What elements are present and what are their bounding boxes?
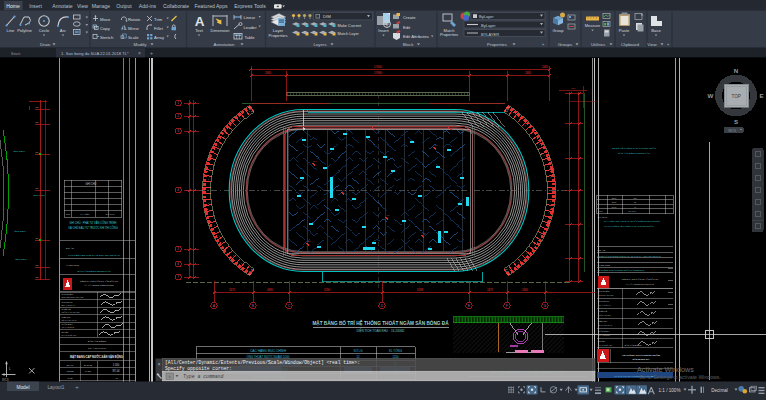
svg-text:SÂN VẬN ĐỘNG TRUNG TÂM: SÂN VẬN ĐỘNG TRUNG TÂM — [77, 270, 110, 273]
svg-text:Rotate: Rotate — [128, 17, 141, 22]
svg-text:Utilities: Utilities — [591, 42, 606, 47]
svg-text:Edit: Edit — [403, 25, 411, 30]
svg-text:Draw: Draw — [40, 42, 51, 47]
svg-text:Go to Settings to activate Win: Go to Settings to activate Windows. — [639, 374, 721, 380]
svg-text:THIẾT KẾ: THIẾT KẾ — [598, 310, 608, 312]
svg-text:120: 120 — [633, 197, 636, 199]
svg-text:Home: Home — [6, 3, 20, 9]
svg-text:Insert: Insert — [378, 28, 389, 33]
svg-text:VŨ VĂN ĐỨC: VŨ VĂN ĐỨC — [62, 326, 75, 328]
svg-text:Arc: Arc — [60, 28, 66, 33]
svg-text:TRẦN HOÀNG: TRẦN HOÀNG — [598, 314, 611, 316]
svg-text:D400: D400 — [612, 206, 617, 208]
svg-text:ĐH KT: ĐH KT — [67, 364, 74, 366]
svg-text:+: + — [150, 50, 154, 56]
svg-text:Annotate: Annotate — [52, 3, 73, 9]
svg-text:2465: 2465 — [522, 288, 529, 292]
svg-text:85: 85 — [634, 201, 636, 203]
svg-text:F: F — [506, 304, 508, 308]
svg-text:ỐNG D200: ỐNG D200 — [15, 258, 27, 260]
svg-text:Array: Array — [154, 35, 165, 40]
svg-text:L: L — [9, 367, 11, 371]
svg-text:SỐ LG: SỐ LG — [353, 348, 363, 353]
svg-text:A: A — [195, 14, 205, 29]
svg-text:Specify opposite corner:: Specify opposite corner: — [165, 366, 232, 371]
svg-text:D200: D200 — [612, 197, 617, 199]
svg-text:ỐNG D200: ỐNG D200 — [33, 194, 45, 196]
svg-text:Circle: Circle — [39, 28, 50, 33]
svg-text:CÁC HẠNG MỤC CHÍNH: CÁC HẠNG MỤC CHÍNH — [250, 349, 287, 353]
svg-text:Polyline: Polyline — [17, 28, 32, 33]
svg-text:LÊ THÀNH NAM: LÊ THÀNH NAM — [62, 319, 77, 321]
svg-text:500: 500 — [36, 151, 39, 153]
svg-text:4985: 4985 — [267, 288, 274, 292]
svg-text:Mirror: Mirror — [128, 26, 140, 31]
svg-text:Leader: Leader — [244, 25, 258, 30]
svg-text:Groups: Groups — [558, 42, 573, 47]
svg-text:500: 500 — [36, 121, 39, 123]
svg-text:Type a command: Type a command — [183, 374, 223, 379]
svg-text:BÙI VĂN GIÁP: BÙI VĂN GIÁP — [62, 304, 76, 306]
svg-text:HỒ SƠ: HỒ SƠ — [66, 370, 73, 372]
svg-text:ỐNG D200: ỐNG D200 — [14, 230, 26, 232]
svg-text:KIỂM TRA: KIỂM TRA — [598, 320, 608, 322]
svg-text:Dimension: Dimension — [211, 28, 230, 33]
svg-text:SÂN BÓNG ĐÁ: SÂN BÓNG ĐÁ — [632, 358, 649, 361]
svg-text:DỰ ÁN: DỰ ÁN — [66, 247, 74, 250]
svg-text:GHI CHÚ: GHI CHÚ — [105, 213, 115, 215]
svg-text:Group: Group — [552, 28, 564, 33]
svg-text:1:500: 1:500 — [113, 363, 120, 367]
svg-text:Edit Attributes: Edit Attributes — [403, 34, 429, 39]
svg-text:D300: D300 — [612, 201, 617, 203]
svg-text:Collaborate: Collaborate — [163, 3, 189, 9]
svg-text:1:1 / 100%: 1:1 / 100% — [659, 388, 681, 393]
svg-text:Line: Line — [7, 28, 16, 33]
svg-text:E: E — [759, 92, 763, 99]
svg-text:5298: 5298 — [417, 288, 424, 292]
svg-text:Properties: Properties — [487, 42, 508, 47]
svg-text:N: N — [734, 67, 739, 74]
svg-text:ByLayer: ByLayer — [481, 23, 496, 28]
svg-text:KHU LIÊN HỢP THỂ THAO TỈNH QUẢ: KHU LIÊN HỢP THỂ THAO TỈNH QUẢNG NAM — [68, 254, 119, 257]
svg-text:5290: 5290 — [324, 288, 331, 292]
svg-text:Output: Output — [116, 3, 132, 9]
svg-text:NGUYỄN ĐÌNH QUANG: NGUYỄN ĐÌNH QUANG — [62, 296, 84, 298]
svg-text:SÂN VẬN ĐỘNG: SÂN VẬN ĐỘNG — [88, 340, 106, 343]
svg-text:Model: Model — [16, 385, 29, 390]
svg-text:S: S — [734, 118, 738, 125]
svg-text:Decimal: Decimal — [711, 388, 728, 393]
svg-text:NG.ĐÌNH QUANG: NG.ĐÌNH QUANG — [598, 294, 614, 296]
svg-text:Stretch: Stretch — [100, 35, 114, 40]
svg-text:Trim: Trim — [154, 17, 163, 22]
svg-text:ByLayer: ByLayer — [479, 14, 494, 19]
svg-text:WCS: WCS — [2, 378, 9, 382]
svg-text:Properties: Properties — [440, 32, 458, 37]
svg-text:DIỆN TÍCH TOÀN KHU : 16.245M2: DIỆN TÍCH TOÀN KHU : 16.245M2 — [357, 328, 405, 333]
svg-text:TRẦN VĂN HOÀNG: TRẦN VĂN HOÀNG — [62, 311, 80, 313]
svg-text:CÔNG TY CỔ PHẦN TƯ VẤN ĐẦU TƯ: CÔNG TY CỔ PHẦN TƯ VẤN ĐẦU TƯ — [80, 280, 118, 282]
svg-text:LÊ THÀNH NAM: LÊ THÀNH NAM — [598, 324, 612, 326]
svg-text:TOP: TOP — [732, 94, 741, 99]
svg-text:Start: Start — [11, 51, 21, 56]
svg-text:Match Layer: Match Layer — [338, 31, 360, 36]
svg-text:NGÀY 22-01-2018: NGÀY 22-01-2018 — [88, 347, 107, 349]
svg-text:NT-04: NT-04 — [112, 369, 120, 373]
svg-text:W: W — [708, 92, 714, 99]
svg-text:HẠNG MỤC: HẠNG MỤC — [66, 264, 79, 267]
svg-text:17600: 17600 — [374, 65, 382, 69]
svg-text:Fillet: Fillet — [154, 26, 164, 31]
svg-text:2465: 2465 — [542, 65, 549, 69]
svg-text:BÙI VĂN GIÁP: BÙI VĂN GIÁP — [598, 304, 611, 306]
svg-text:CHỦ TRÌ TK: CHỦ TRÌ TK — [62, 301, 74, 303]
svg-text:View: View — [77, 3, 88, 9]
svg-text:Manage: Manage — [92, 3, 111, 9]
svg-text:2475: 2475 — [229, 288, 236, 292]
svg-text:THIẾT KẾ: THIẾT KẾ — [62, 308, 72, 310]
svg-text:KL TỔNG: KL TỔNG — [389, 348, 403, 353]
svg-text:[All/Center/Dynamic/Extents/Pr: [All/Center/Dynamic/Extents/Previous/Sca… — [165, 360, 360, 365]
svg-text:Measure: Measure — [585, 23, 601, 28]
svg-text:BYLAYER: BYLAYER — [481, 32, 499, 37]
svg-text:500: 500 — [36, 276, 39, 278]
svg-text:40: 40 — [634, 206, 636, 208]
svg-text:Create: Create — [403, 15, 416, 20]
